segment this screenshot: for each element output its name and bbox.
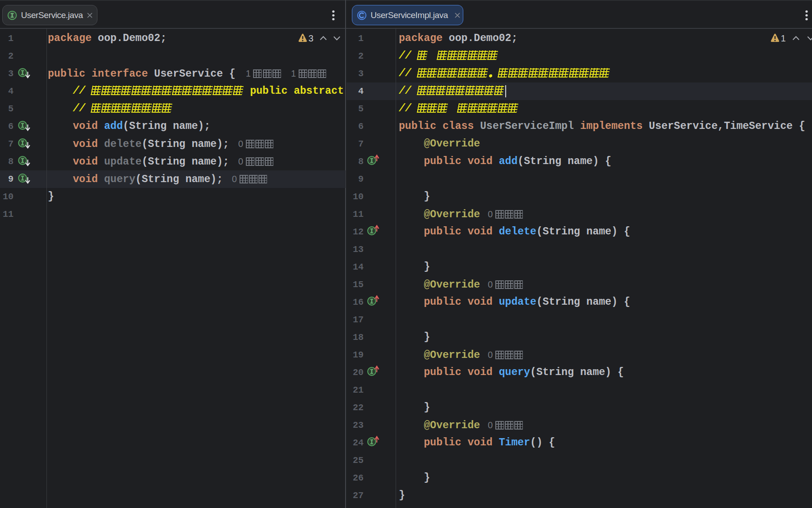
svg-text:3: 3 [309,33,314,43]
svg-text:1: 1 [781,33,786,43]
